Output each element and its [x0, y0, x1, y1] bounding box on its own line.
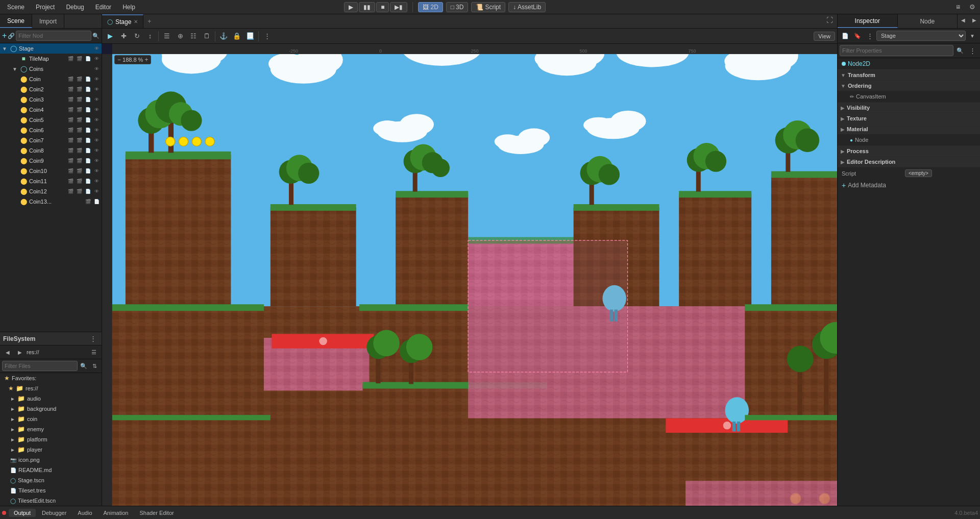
fs-sort-icon[interactable]: ⇅	[90, 360, 100, 372]
filter-node-input[interactable]	[16, 31, 91, 41]
tree-item-stage[interactable]: ▼ ◯ Stage 👁	[0, 43, 102, 54]
fs-item-stage-tscn[interactable]: ◯ Stage.tscn	[0, 475, 102, 485]
material-header[interactable]: ▶ Material	[838, 124, 980, 134]
fs-item-platform[interactable]: ► 📁 platform	[0, 434, 102, 444]
stop-button[interactable]: ■	[376, 2, 389, 12]
pan-tool[interactable]: 🗒	[201, 30, 213, 42]
menu-scene[interactable]: Scene	[2, 3, 30, 12]
step-button[interactable]: ▶▮	[390, 2, 407, 12]
tree-item-coin13[interactable]: ⬤ Coin13... 🎬 📄	[0, 196, 102, 207]
bottom-tab-animation[interactable]: Animation	[99, 509, 134, 517]
bottom-tab-audio[interactable]: Audio	[72, 509, 97, 517]
viewport-area[interactable]: -250 0 250 500 750 − 188.8 % +	[102, 44, 837, 506]
editor-desc-header[interactable]: ▶ Editor Description	[838, 157, 980, 167]
fs-forward-icon[interactable]: ▶	[14, 347, 26, 358]
pivot-tool[interactable]: ⊕	[174, 30, 186, 42]
play-button[interactable]: ▶	[344, 2, 358, 12]
bottom-tab-shader[interactable]: Shader Editor	[134, 509, 179, 517]
fs-filter-search-icon[interactable]: 🔍	[79, 360, 89, 372]
fs-back-icon[interactable]: ◀	[2, 347, 13, 358]
fs-item-player[interactable]: ► 📁 player	[0, 444, 102, 455]
select-tool[interactable]: ▶	[104, 30, 116, 42]
mode-assetlib[interactable]: ↓ AssetLib	[508, 2, 546, 12]
fs-item-tileset[interactable]: 📄 Tileset.tres	[0, 485, 102, 496]
grid-tool[interactable]: ☷	[187, 30, 200, 42]
pause-button[interactable]: ▮▮	[359, 2, 375, 12]
fs-item-icon[interactable]: 📷 icon.png	[0, 455, 102, 465]
tree-item-coin7[interactable]: ⬤ Coin7 🎬 🎬 📄 👁	[0, 135, 102, 145]
more-tools[interactable]: ⋮	[261, 30, 273, 42]
inspector-prev-icon[interactable]: ◀	[958, 14, 969, 26]
tab-scene[interactable]: Scene	[0, 14, 32, 28]
menu-help[interactable]: Help	[117, 3, 140, 12]
menu-project[interactable]: Project	[31, 3, 60, 12]
inspector-more-icon[interactable]: ⋮	[864, 30, 875, 41]
bottom-tab-debugger[interactable]: Debugger	[37, 509, 71, 517]
zoom-plus-icon[interactable]: +	[144, 56, 148, 63]
tab-import[interactable]: Import	[32, 14, 64, 28]
texture-header[interactable]: ▶ Texture	[838, 113, 980, 123]
chevron-select-icon[interactable]: ▼	[967, 30, 978, 41]
visibility-header[interactable]: ▶ Visibility	[838, 103, 980, 113]
tree-item-coin9[interactable]: ⬤ Coin9 🎬 🎬 📄 👁	[0, 156, 102, 166]
tree-item-coin6[interactable]: ⬤ Coin6 🎬 🎬 📄 👁	[0, 125, 102, 135]
tree-item-tilemap[interactable]: ■ TileMap 🎬 🎬 📄 👁	[0, 54, 102, 64]
tree-item-coin3[interactable]: ⬤ Coin3 🎬 🎬 📄 👁	[0, 94, 102, 105]
mode-2d[interactable]: 🖼 2D	[418, 2, 443, 12]
mode-script[interactable]: 📜 Script	[471, 2, 505, 12]
filter-properties-input[interactable]	[840, 45, 953, 56]
process-header[interactable]: ▶ Process	[838, 146, 980, 156]
add-node-button[interactable]: +	[2, 30, 7, 41]
transform-header[interactable]: ▼ Transform	[838, 70, 980, 80]
zoom-minus-icon[interactable]: −	[117, 56, 121, 63]
filter-search-icon[interactable]: 🔍	[92, 30, 100, 41]
settings-icon[interactable]: ⚙	[967, 2, 978, 13]
lock-tool[interactable]: 🔒	[231, 30, 243, 42]
fs-item-audio[interactable]: ► 📁 audio	[0, 393, 102, 404]
tree-item-coin12[interactable]: ⬤ Coin12 🎬 🎬 📄 👁	[0, 186, 102, 196]
tree-item-coin10[interactable]: ⬤ Coin10 🎬 🎬 📄 👁	[0, 166, 102, 176]
tree-item-coin4[interactable]: ⬤ Coin4 🎬 🎬 📄 👁	[0, 105, 102, 115]
fs-item-coin[interactable]: ► 📁 coin	[0, 414, 102, 424]
add-metadata-button[interactable]: + Add Metadata	[838, 179, 980, 191]
tab-add-button[interactable]: +	[143, 14, 155, 28]
rotate-tool[interactable]: ↻	[131, 30, 143, 42]
tree-item-coin2[interactable]: ⬤ Coin2 🎬 🎬 📄 👁	[0, 84, 102, 94]
view-button[interactable]: View	[814, 32, 835, 41]
tree-item-coin11[interactable]: ⬤ Coin11 🎬 🎬 📄 👁	[0, 176, 102, 186]
filesystem-options-icon[interactable]: ⋮	[87, 333, 99, 344]
group-tool[interactable]: 📃	[244, 30, 256, 42]
snap-tool[interactable]: ⚓	[217, 30, 230, 42]
menu-editor[interactable]: Editor	[90, 3, 116, 12]
link-icon[interactable]: 🔗	[8, 30, 15, 41]
inspector-next-icon[interactable]: ▶	[969, 14, 980, 26]
list-tool[interactable]: ☰	[161, 30, 173, 42]
tab-inspector[interactable]: Inspector	[838, 14, 898, 28]
filter-props-search-icon[interactable]: 🔍	[954, 45, 966, 56]
stage-tab-close[interactable]: ✕	[134, 19, 138, 24]
mode-3d[interactable]: □ 3D	[446, 2, 469, 12]
tree-item-coin5[interactable]: ⬤ Coin5 🎬 🎬 📄 👁	[0, 115, 102, 125]
editor-tab-stage[interactable]: ◯ Stage ✕	[102, 14, 143, 28]
node-type-select[interactable]: StageStage	[876, 31, 966, 41]
history-icon[interactable]: 📄	[840, 30, 851, 41]
bookmark-icon[interactable]: 🔖	[852, 30, 863, 41]
bottom-tab-output[interactable]: Output	[9, 509, 36, 517]
menu-debug[interactable]: Debug	[61, 3, 89, 12]
fs-item-tilesetEdit[interactable]: ◯ TilesetEdit.tscn	[0, 496, 102, 506]
remote-icon[interactable]: 🖥	[952, 2, 964, 13]
fs-filter-input[interactable]	[2, 361, 78, 371]
fs-item-res[interactable]: ★ 📁 res://	[0, 383, 102, 393]
fs-item-background[interactable]: ► 📁 background	[0, 404, 102, 414]
fullscreen-icon[interactable]: ⛶	[824, 14, 835, 26]
ordering-header[interactable]: ▼ Ordering	[838, 81, 980, 91]
tree-item-coin8[interactable]: ⬤ Coin8 🎬 🎬 📄 👁	[0, 145, 102, 156]
fs-layout-icon[interactable]: ☰	[88, 347, 100, 358]
move-tool[interactable]: ✚	[117, 30, 130, 42]
scale-tool[interactable]: ↕	[144, 30, 156, 42]
filter-props-options-icon[interactable]: ⋮	[967, 45, 978, 56]
tree-item-coins[interactable]: ▼ ◯ Coins 👁	[0, 64, 102, 74]
fs-item-enemy[interactable]: ► 📁 enemy	[0, 424, 102, 434]
tree-item-coin1[interactable]: ⬤ Coin 🎬 🎬 📄 👁	[0, 74, 102, 84]
tab-node[interactable]: Node	[898, 14, 958, 28]
